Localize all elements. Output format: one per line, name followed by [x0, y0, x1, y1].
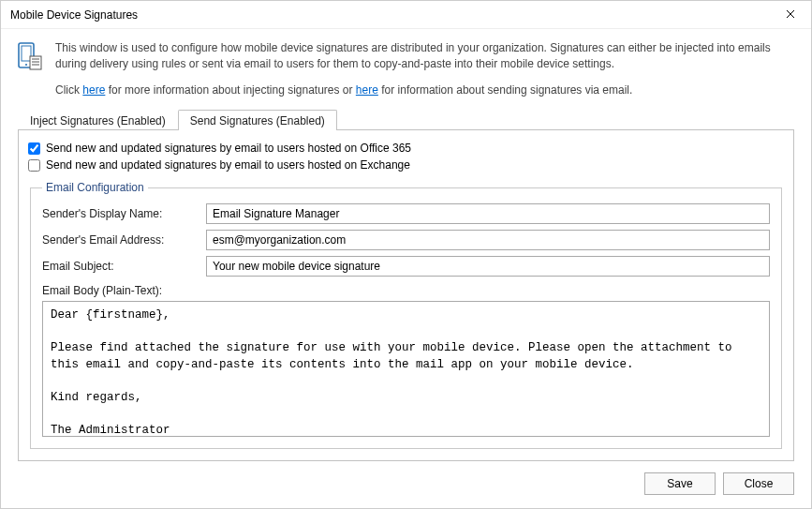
label-subject: Email Subject: — [42, 260, 197, 273]
send-signatures-panel: Send new and updated signatures by email… — [18, 130, 794, 461]
tab-send-signatures[interactable]: Send Signatures (Enabled) — [178, 110, 337, 130]
intro-text-part: for information about sending signatures… — [378, 83, 632, 97]
tab-inject-signatures[interactable]: Inject Signatures (Enabled) — [18, 110, 178, 130]
checkbox-o365[interactable] — [28, 142, 40, 155]
window-title: Mobile Device Signatures — [10, 8, 138, 22]
checkbox-exchange[interactable] — [28, 159, 40, 172]
checkbox-o365-label[interactable]: Send new and updated signatures by email… — [46, 142, 411, 155]
window-close-button[interactable] — [769, 1, 811, 29]
intro-text-part: Click — [55, 83, 82, 97]
input-display-name[interactable] — [206, 203, 770, 224]
close-button[interactable]: Close — [723, 472, 794, 495]
row-display-name: Sender's Display Name: — [42, 203, 770, 224]
label-email-address: Sender's Email Address: — [42, 233, 197, 247]
mobile-device-icon — [18, 40, 42, 98]
svg-point-2 — [25, 64, 27, 66]
label-body: Email Body (Plain-Text): — [42, 284, 770, 297]
title-bar: Mobile Device Signatures — [1, 1, 811, 29]
input-email-address[interactable] — [206, 230, 770, 250]
checkbox-exchange-label[interactable]: Send new and updated signatures by email… — [46, 158, 410, 172]
row-subject: Email Subject: — [42, 256, 770, 277]
tab-strip: Inject Signatures (Enabled) Send Signatu… — [1, 108, 811, 130]
svg-rect-3 — [30, 56, 41, 69]
textarea-email-body[interactable] — [42, 301, 770, 437]
check-row-o365: Send new and updated signatures by email… — [28, 140, 784, 157]
close-icon — [786, 8, 795, 22]
check-row-exchange: Send new and updated signatures by email… — [28, 157, 784, 173]
input-subject[interactable] — [206, 256, 770, 277]
intro-text-part: using rules or sent via email to users f… — [131, 57, 614, 70]
row-email-address: Sender's Email Address: — [42, 230, 770, 250]
intro-text-part: for more information about injecting sig… — [105, 83, 355, 97]
send-info-link[interactable]: here — [356, 83, 378, 97]
label-display-name: Sender's Display Name: — [42, 207, 197, 220]
intro-section: This window is used to configure how mob… — [1, 29, 811, 108]
save-button[interactable]: Save — [644, 472, 716, 495]
intro-text: This window is used to configure how mob… — [55, 40, 794, 98]
dialog-footer: Save Close — [1, 472, 811, 508]
group-legend: Email Configuration — [42, 181, 148, 194]
inject-info-link[interactable]: here — [82, 83, 105, 97]
email-configuration-group: Email Configuration Sender's Display Nam… — [30, 181, 782, 449]
